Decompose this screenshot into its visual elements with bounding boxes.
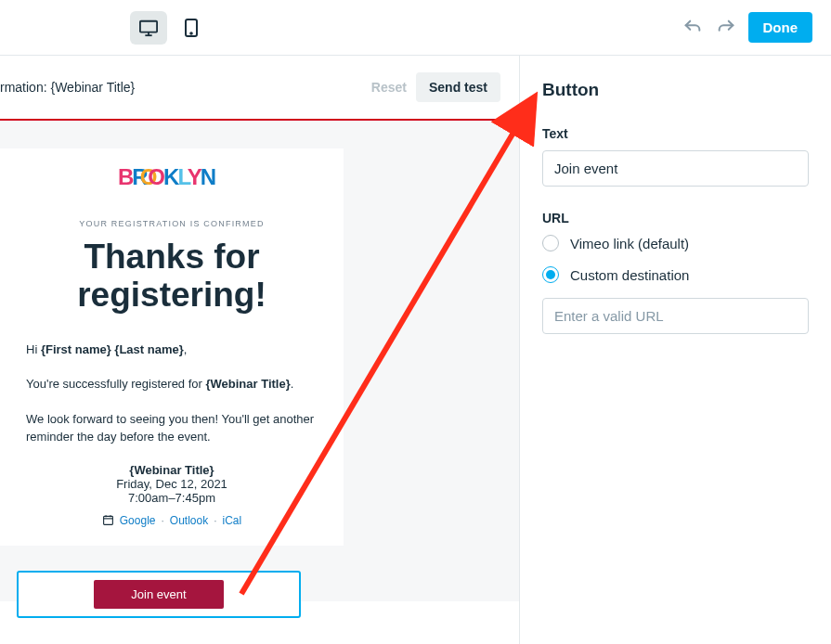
reminder-line: We look forward to seeing you then! You'… — [26, 410, 318, 446]
radio-vimeo-default[interactable]: Vimeo link (default) — [542, 235, 809, 251]
calendar-link-outlook[interactable]: Outlook — [170, 514, 208, 527]
preview-title: rmation: {Webinar Title} — [0, 80, 135, 95]
radio-label: Custom destination — [570, 267, 689, 283]
calendar-link-ical[interactable]: iCal — [223, 514, 242, 527]
greeting-line: Hi {First name} {Last name}, — [26, 341, 318, 359]
preview-header: rmation: {Webinar Title} Reset Send test — [0, 56, 519, 119]
desktop-preview-button[interactable] — [130, 11, 167, 45]
event-time: 7:00am–7:45pm — [26, 491, 318, 505]
brooklyn-logo: BROOKLYN — [118, 163, 226, 189]
send-test-button[interactable]: Send test — [416, 72, 500, 102]
calendar-link-google[interactable]: Google — [120, 514, 156, 527]
separator-dot: · — [161, 514, 163, 527]
reset-button[interactable]: Reset — [371, 80, 407, 95]
email-canvas: BROOKLYN YOUR REGISTRATION IS CONFIRMED … — [0, 119, 519, 601]
selected-element-frame[interactable]: Join event — [17, 571, 301, 618]
top-bar: Done — [0, 0, 831, 56]
join-event-button[interactable]: Join event — [94, 580, 224, 609]
url-field-label: URL — [542, 211, 809, 225]
greeting-suffix: , — [184, 342, 188, 356]
radio-circle-checked-icon — [542, 266, 559, 283]
svg-rect-6 — [103, 517, 112, 525]
settings-panel: Button Text URL Vimeo link (default) Cus… — [520, 56, 831, 644]
redo-icon — [716, 18, 736, 38]
redo-button[interactable] — [715, 17, 737, 39]
email-headline: Thanks for registering! — [26, 238, 318, 315]
greeting-prefix: Hi — [26, 342, 41, 356]
text-field-label: Text — [542, 126, 809, 141]
separator-dot: · — [214, 514, 216, 527]
radio-label: Vimeo link (default) — [570, 236, 689, 251]
done-button[interactable]: Done — [748, 12, 813, 43]
top-right-actions: Done — [682, 12, 813, 43]
device-toggle-group — [130, 11, 210, 45]
svg-rect-0 — [140, 20, 157, 32]
logo-row: BROOKLYN — [26, 148, 318, 219]
radio-custom-destination[interactable]: Custom destination — [542, 266, 809, 283]
calendar-icon — [102, 514, 114, 526]
mobile-icon — [184, 18, 199, 38]
svg-text:BROOKLYN: BROOKLYN — [118, 164, 215, 189]
event-block: {Webinar Title} Friday, Dec 12, 2021 7:0… — [26, 463, 318, 527]
registered-line: You're successfully registered for {Webi… — [26, 375, 318, 393]
desktop-icon — [138, 19, 159, 37]
line2-title: {Webinar Title} — [205, 377, 290, 391]
svg-point-4 — [190, 32, 192, 34]
email-card: BROOKLYN YOUR REGISTRATION IS CONFIRMED … — [0, 148, 344, 546]
undo-icon — [682, 18, 703, 38]
line2-suffix: . — [291, 377, 294, 391]
undo-button[interactable] — [682, 17, 704, 39]
custom-url-input[interactable] — [542, 298, 809, 334]
event-date: Friday, Dec 12, 2021 — [26, 477, 318, 491]
radio-circle-icon — [542, 235, 559, 251]
panel-title: Button — [542, 80, 809, 100]
event-title: {Webinar Title} — [26, 463, 318, 477]
greeting-name: {First name} {Last name} — [41, 342, 184, 356]
preview-panel: rmation: {Webinar Title} Reset Send test… — [0, 56, 520, 644]
button-text-input[interactable] — [542, 150, 809, 187]
calendar-links: Google · Outlook · iCal — [26, 514, 318, 527]
line2-prefix: You're successfully registered for — [26, 377, 205, 391]
mobile-preview-button[interactable] — [173, 11, 210, 45]
confirmation-label: YOUR REGISTRATION IS CONFIRMED — [26, 219, 318, 228]
